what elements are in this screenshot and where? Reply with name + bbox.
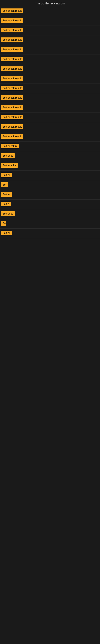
bottleneck-row-9: Bottleneck result [0, 84, 100, 94]
bottleneck-row-7: Bottleneck result [0, 64, 100, 74]
bottleneck-row-12: Bottleneck result [0, 113, 100, 122]
bottleneck-row-20: Bottlen [0, 190, 100, 200]
bottleneck-badge-22[interactable]: Bottlenec [1, 211, 15, 216]
bottleneck-row-15: Bottleneck re [0, 142, 100, 151]
bottleneck-row-4: Bottleneck result [0, 36, 100, 45]
bottleneck-row-10: Bottleneck result [0, 94, 100, 103]
bottleneck-badge-23[interactable]: Bo [1, 221, 6, 226]
bottleneck-row-19: Bot [0, 180, 100, 190]
bottleneck-row-11: Bottleneck result [0, 103, 100, 113]
bottleneck-badge-10[interactable]: Bottleneck result [1, 96, 23, 100]
bottleneck-badge-19[interactable]: Bot [1, 182, 8, 187]
bottleneck-badge-15[interactable]: Bottleneck re [1, 144, 19, 148]
bottleneck-row-14: Bottleneck result [0, 132, 100, 142]
bottleneck-row-24: Bottler [0, 228, 100, 238]
bottleneck-row-22: Bottlenec [0, 209, 100, 219]
bottleneck-badge-17[interactable]: Bottleneck r [1, 163, 18, 168]
bottleneck-row-6: Bottleneck result [0, 55, 100, 64]
bottleneck-badge-8[interactable]: Bottleneck result [1, 76, 23, 81]
bottleneck-badge-16[interactable]: Bottlenec [1, 153, 15, 158]
bottleneck-badge-2[interactable]: Bottleneck result [1, 18, 23, 23]
bottleneck-row-8: Bottleneck result [0, 74, 100, 84]
bottleneck-badge-3[interactable]: Bottleneck result [1, 28, 23, 32]
bottleneck-badge-24[interactable]: Bottler [1, 231, 12, 235]
bottleneck-badge-6[interactable]: Bottleneck result [1, 57, 23, 62]
bottleneck-row-23: Bo [0, 219, 100, 228]
bottleneck-badge-9[interactable]: Bottleneck result [1, 86, 23, 90]
bottleneck-row-3: Bottleneck result [0, 26, 100, 36]
bottleneck-badge-1[interactable]: Bottleneck result [1, 8, 23, 13]
bottleneck-row-13: Bottleneck result [0, 122, 100, 132]
bottleneck-badge-12[interactable]: Bottleneck result [1, 115, 23, 119]
bottleneck-badge-7[interactable]: Bottleneck result [1, 66, 23, 71]
bottleneck-badge-13[interactable]: Bottleneck result [1, 124, 23, 129]
bottleneck-row-16: Bottlenec [0, 151, 100, 161]
site-header: TheBottlenecker.com [0, 0, 100, 6]
bottleneck-badge-4[interactable]: Bottleneck result [1, 38, 23, 42]
bottleneck-row-18: Bottlen [0, 171, 100, 180]
bottleneck-row-1: Bottleneck result [0, 6, 100, 16]
bottleneck-badge-20[interactable]: Bottlen [1, 192, 12, 196]
bottleneck-badge-21[interactable]: Bottle [1, 202, 11, 206]
bottleneck-row-5: Bottleneck result [0, 45, 100, 55]
bottleneck-badge-18[interactable]: Bottlen [1, 173, 12, 177]
bottleneck-badge-14[interactable]: Bottleneck result [1, 134, 23, 139]
site-title: TheBottlenecker.com [0, 0, 100, 6]
bottleneck-badge-11[interactable]: Bottleneck result [1, 105, 23, 110]
items-container: Bottleneck resultBottleneck resultBottle… [0, 6, 100, 238]
bottleneck-row-21: Bottle [0, 200, 100, 209]
bottleneck-row-17: Bottleneck r [0, 161, 100, 171]
bottleneck-row-2: Bottleneck result [0, 16, 100, 26]
bottleneck-badge-5[interactable]: Bottleneck result [1, 47, 23, 52]
